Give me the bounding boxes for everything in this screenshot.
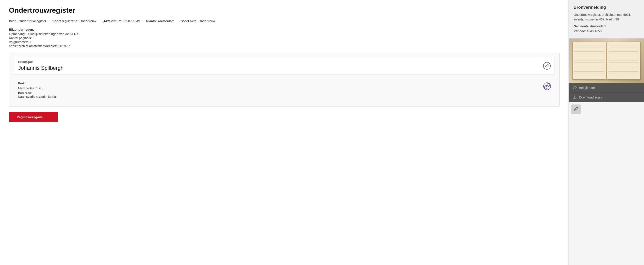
chevron-right-icon: › (13, 116, 14, 119)
eye-icon (573, 86, 577, 90)
meta-bron-value: Ondertrouwregister (19, 19, 46, 23)
chain-icon-sidebar (574, 107, 578, 112)
meta-bron: Bron: Ondertrouwregister (9, 19, 46, 23)
gemeente-field: Gemeente: Amsterdam (574, 24, 639, 28)
book-page-left (572, 42, 606, 80)
meta-plaats-value: Amsterdam (158, 19, 174, 23)
meta-plaats-label: Plaats: (146, 19, 157, 23)
page-title: Ondertrouwregister (9, 6, 560, 14)
bekijk-akte-button[interactable]: Bekijk akte (569, 83, 644, 92)
meta-soort-registratie-label: Soort registratie: (52, 19, 78, 23)
book-page-right (607, 42, 640, 80)
bronvermelding-title: Bronvermelding (574, 5, 639, 10)
paginaweergave-bar[interactable]: › Paginaweergave (9, 112, 58, 122)
download-scan-button[interactable]: Download scan (569, 92, 644, 102)
chain-icon-bruid (544, 83, 550, 90)
bekijk-akte-label: Bekijk akte (579, 86, 595, 90)
bruid-role: Bruid (18, 82, 550, 85)
details-section: Bijzonderheden: Opmerking: Huwelijksinte… (9, 28, 560, 48)
meta-soort-registratie-value: Ondertrouw (80, 19, 96, 23)
svg-point-0 (574, 87, 575, 88)
scan-image-placeholder (569, 38, 644, 83)
meta-soort-akte: Soort akte: Ondertrouw (181, 19, 216, 23)
gemeente-value: Amsterdam (590, 24, 606, 28)
scan-image-container (569, 38, 644, 83)
bruidegom-link-button[interactable] (543, 62, 551, 70)
meta-plaats: Plaats: Amsterdam (146, 19, 174, 23)
meta-akte-datum: (Akte)datum: 03-07-1649 (102, 19, 140, 23)
record-card: Bruidegom Johannis Spilbergh Bruid Marri… (9, 53, 560, 107)
bruid-link-button[interactable] (543, 82, 551, 90)
meta-bron-label: Bron: (9, 19, 18, 23)
details-volgnummer: Volgnummer: 3 (9, 40, 560, 44)
meta-akte-datum-value: 03-07-1649 (124, 19, 140, 23)
gemeente-label: Gemeente (574, 24, 589, 28)
meta-row: Bron: Ondertrouwregister Soort registrat… (9, 19, 560, 23)
sidebar-link-button[interactable] (571, 104, 581, 114)
diversen-value: Naamsvariant: Goris, Maria (18, 95, 550, 98)
periode-value: 1649-1650 (587, 29, 602, 33)
bruid-block: Bruid Marritje Gerritsz Diversen: Naamsv… (14, 78, 554, 102)
bruid-name: Marritje Gerritsz (18, 86, 550, 90)
details-paginas: Aantal pagina's: 3 (9, 36, 560, 40)
bronvermelding-text: Ondertrouwregister, archiefnummer 5001, … (574, 12, 639, 22)
book-pages (572, 42, 640, 80)
meta-soort-akte-value: Ondertrouw (198, 19, 215, 23)
download-scan-label: Download scan (579, 95, 602, 99)
chain-icon (545, 64, 549, 68)
sidebar: Bronvermelding Ondertrouwregister, archi… (568, 0, 644, 265)
meta-soort-akte-label: Soort akte: (181, 19, 198, 23)
meta-soort-registratie: Soort registratie: Ondertrouw (52, 19, 96, 23)
bronvermelding-section: Bronvermelding Ondertrouwregister, archi… (569, 0, 644, 38)
diversen-label: Diversen: (18, 91, 550, 95)
details-url: https://archief.amsterdam/archief/5001/4… (9, 44, 560, 48)
bruidegom-role: Bruidegom (18, 60, 550, 64)
bruidegom-block: Bruidegom Johannis Spilbergh (14, 57, 554, 74)
meta-akte-datum-label: (Akte)datum: (102, 19, 122, 23)
paginaweergave-label: Paginaweergave (17, 115, 43, 119)
details-label: Bijzonderheden: (9, 28, 560, 31)
download-icon (573, 95, 577, 99)
bruidegom-name: Johannis Spilbergh (18, 65, 550, 71)
periode-field: Periode: 1649-1650 (574, 29, 639, 33)
details-opmerking: Opmerking: Huwelijksintekeningen van de … (9, 32, 560, 36)
main-content: Ondertrouwregister Bron: Ondertrouwregis… (0, 0, 568, 265)
periode-label: Periode (574, 29, 585, 33)
